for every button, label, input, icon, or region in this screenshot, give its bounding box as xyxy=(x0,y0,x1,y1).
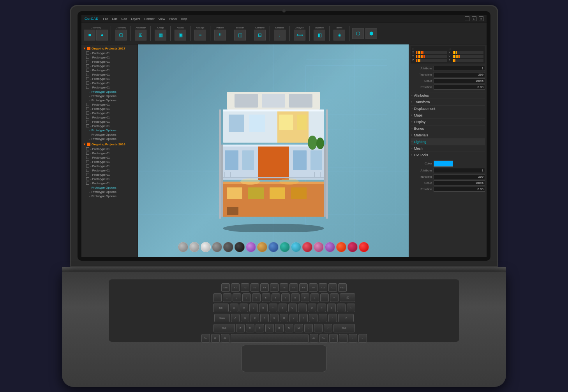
key-f2[interactable]: F2 xyxy=(241,283,249,292)
item-checkbox[interactable] xyxy=(86,164,89,168)
menu-geo[interactable]: Geo xyxy=(121,17,127,21)
scene-item[interactable]: -Prototype 01 xyxy=(81,155,138,160)
scene-item[interactable]: -Prototype 01 xyxy=(81,168,138,173)
scene-item[interactable]: -Prototype 01 xyxy=(81,107,138,111)
item-checkbox[interactable] xyxy=(86,69,89,72)
item-checkbox[interactable] xyxy=(86,160,89,163)
key-slash[interactable]: / xyxy=(324,324,332,332)
item-checkbox[interactable] xyxy=(86,173,89,176)
item-checkbox[interactable] xyxy=(86,81,89,85)
scene-item[interactable]: -Prototype 01 xyxy=(81,102,138,107)
material-ball[interactable] xyxy=(246,242,256,252)
section-mesh[interactable]: › Mesh xyxy=(411,145,485,152)
key-shift-left[interactable]: Shift xyxy=(213,324,235,332)
project-group-2017-header[interactable]: ▼ Ongoing Projects 2017 xyxy=(81,46,138,51)
tool-cube[interactable]: ■ xyxy=(84,30,95,41)
scene-item-expanded2[interactable]: -Prototype 01 xyxy=(81,124,138,128)
tool-bevel[interactable]: ◈ xyxy=(333,30,345,41)
key-alt-left[interactable]: Alt xyxy=(221,334,229,343)
close-button[interactable]: × xyxy=(479,16,483,21)
item-checkbox[interactable] xyxy=(86,147,89,150)
key-bracketright[interactable]: ] xyxy=(337,304,346,312)
prop-value[interactable]: 299 xyxy=(434,72,485,77)
key-h[interactable]: H xyxy=(280,314,288,322)
material-ball[interactable] xyxy=(178,242,188,252)
material-ball[interactable] xyxy=(336,242,346,252)
prop-value[interactable]: 100% xyxy=(434,78,485,83)
key-n[interactable]: N xyxy=(285,324,293,332)
key-esc[interactable]: Esc xyxy=(221,283,230,292)
key-f9[interactable]: F9 xyxy=(309,283,318,292)
key-y[interactable]: Y xyxy=(279,304,287,312)
touchpad[interactable] xyxy=(241,345,327,372)
scene-subitem[interactable]: -Prototype Options xyxy=(88,185,138,190)
key-equals[interactable]: = xyxy=(330,293,339,302)
tool-group[interactable]: ▦ xyxy=(155,30,166,41)
key-f7[interactable]: F7 xyxy=(289,283,298,292)
key-semicolon[interactable]: ; xyxy=(319,314,327,322)
scene-item[interactable]: -Prototype 01 xyxy=(81,115,138,120)
key-f[interactable]: F xyxy=(260,314,269,322)
prop-value[interactable]: 0.00 xyxy=(434,187,485,192)
scene-item[interactable]: -Prototype 01 xyxy=(81,55,138,60)
key-g[interactable]: G xyxy=(270,314,279,322)
item-checkbox[interactable] xyxy=(86,73,89,76)
item-checkbox[interactable] xyxy=(86,169,89,172)
scene-item[interactable]: -Prototype 01 xyxy=(81,68,138,72)
key-w[interactable]: W xyxy=(240,304,248,312)
section-materials[interactable]: › Materials xyxy=(411,132,485,138)
key-f11[interactable]: F11 xyxy=(328,283,337,292)
scene-item[interactable]: -Prototype 01 xyxy=(81,173,138,177)
section-attributes[interactable]: › Attributes xyxy=(411,92,485,99)
key-6[interactable]: 6 xyxy=(272,293,280,302)
key-p[interactable]: P xyxy=(318,304,326,312)
scene-subitem[interactable]: -Prototype Options xyxy=(88,137,138,141)
minimize-button[interactable]: ─ xyxy=(465,16,469,21)
scene-item-expanded3[interactable]: -Prototype 01 xyxy=(81,181,138,185)
material-ball[interactable] xyxy=(359,242,369,252)
key-4[interactable]: 4 xyxy=(252,293,261,302)
item-checkbox[interactable] xyxy=(86,111,89,115)
key-8[interactable]: 8 xyxy=(291,293,300,302)
key-m[interactable]: M xyxy=(295,324,303,332)
tool-combine[interactable]: ⊟ xyxy=(254,30,266,41)
ty-bar[interactable] xyxy=(416,55,447,58)
key-f12[interactable]: F12 xyxy=(338,283,347,292)
scene-item[interactable]: -Prototype 01 xyxy=(81,160,138,164)
key-down[interactable]: ↓ xyxy=(349,334,357,343)
prop-value[interactable]: 100% xyxy=(434,180,485,185)
color-swatch[interactable] xyxy=(434,161,453,167)
key-f3[interactable]: F3 xyxy=(250,283,259,292)
menu-file[interactable]: File xyxy=(103,17,108,21)
section-maps[interactable]: › Maps xyxy=(411,112,485,118)
tool-extra2[interactable]: ⬢ xyxy=(365,28,377,39)
key-backtick[interactable]: ` xyxy=(213,293,222,302)
material-ball[interactable] xyxy=(314,242,324,252)
menu-layers[interactable]: Layers xyxy=(131,17,140,21)
scene-subitem[interactable]: -Prototype Options xyxy=(88,94,138,98)
material-ball[interactable] xyxy=(235,242,245,252)
key-f4[interactable]: F4 xyxy=(260,283,269,292)
menu-edit[interactable]: Edit xyxy=(112,17,117,21)
key-period[interactable]: . xyxy=(314,324,323,332)
key-0[interactable]: 0 xyxy=(310,293,319,302)
material-ball[interactable] xyxy=(325,242,335,252)
scene-subitem[interactable]: -Prototype Options xyxy=(88,190,138,194)
material-ball[interactable] xyxy=(201,242,211,252)
key-f6[interactable]: F6 xyxy=(280,283,288,292)
tool-assembly[interactable]: ⊞ xyxy=(135,30,146,41)
scene-item[interactable]: -Prototype 01 xyxy=(81,111,138,115)
key-d[interactable]: D xyxy=(250,314,259,322)
item-checkbox[interactable] xyxy=(86,64,89,67)
material-ball[interactable] xyxy=(223,242,233,252)
tool-simulate[interactable]: ↓ xyxy=(274,30,286,41)
key-f5[interactable]: F5 xyxy=(270,283,279,292)
tool-arrange[interactable]: ≡ xyxy=(194,30,206,41)
section-display[interactable]: › Display xyxy=(411,118,485,125)
key-bracketleft[interactable]: [ xyxy=(327,304,336,312)
key-2[interactable]: 2 xyxy=(233,293,241,302)
material-ball[interactable] xyxy=(212,242,222,252)
key-1[interactable]: 1 xyxy=(223,293,231,302)
tx-bar[interactable] xyxy=(416,51,447,54)
key-r[interactable]: R xyxy=(259,304,268,312)
